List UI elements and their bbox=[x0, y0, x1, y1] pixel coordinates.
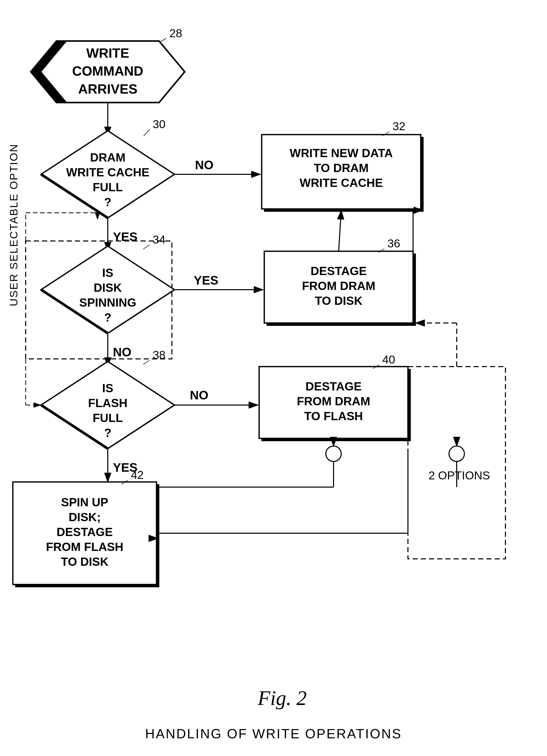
svg-text:NO: NO bbox=[190, 388, 208, 402]
svg-text:COMMAND: COMMAND bbox=[72, 64, 143, 78]
diagram-container: WRITE COMMAND ARRIVES 28 DRAM WRITE CACH… bbox=[0, 0, 547, 756]
svg-text:NO: NO bbox=[113, 345, 131, 359]
svg-text:ARRIVES: ARRIVES bbox=[78, 82, 137, 96]
svg-text:40: 40 bbox=[382, 353, 395, 366]
svg-text:?: ? bbox=[104, 311, 111, 324]
decision1-node: DRAM WRITE CACHE FULL ? 30 bbox=[41, 118, 174, 218]
svg-line-38 bbox=[143, 245, 149, 249]
process4-node: SPIN UP DISK; DESTAGE FROM FLASH TO DISK… bbox=[13, 468, 159, 587]
svg-text:YES: YES bbox=[113, 230, 137, 244]
process3-node: DESTAGE FROM DRAM TO FLASH 40 bbox=[259, 353, 411, 441]
svg-text:30: 30 bbox=[153, 118, 165, 131]
svg-text:DISK: DISK bbox=[94, 281, 122, 294]
svg-text:34: 34 bbox=[153, 233, 165, 246]
sidebar-label: USER SELECTABLE OPTION bbox=[8, 144, 20, 306]
process2-node: DESTAGE FROM DRAM TO DISK 36 bbox=[264, 237, 416, 326]
start-node: WRITE COMMAND ARRIVES 28 bbox=[31, 27, 185, 103]
svg-text:FROM DRAM: FROM DRAM bbox=[302, 279, 375, 293]
svg-text:TO DISK: TO DISK bbox=[61, 555, 108, 568]
svg-text:YES: YES bbox=[194, 274, 218, 287]
svg-text:NO: NO bbox=[195, 158, 213, 172]
svg-text:?: ? bbox=[104, 426, 111, 439]
svg-text:38: 38 bbox=[153, 348, 165, 361]
svg-text:Fig. 2: Fig. 2 bbox=[257, 687, 307, 709]
svg-point-89 bbox=[326, 446, 341, 461]
svg-text:FLASH: FLASH bbox=[88, 396, 127, 410]
svg-text:WRITE NEW DATA: WRITE NEW DATA bbox=[290, 146, 393, 160]
svg-line-8 bbox=[159, 38, 166, 42]
svg-text:2 OPTIONS: 2 OPTIONS bbox=[429, 469, 490, 482]
svg-text:28: 28 bbox=[169, 27, 182, 40]
svg-line-61 bbox=[143, 360, 149, 365]
svg-text:?: ? bbox=[104, 195, 111, 209]
svg-text:TO FLASH: TO FLASH bbox=[304, 409, 363, 423]
svg-text:DESTAGE: DESTAGE bbox=[306, 380, 362, 393]
svg-text:FULL: FULL bbox=[93, 411, 123, 425]
process1-node: WRITE NEW DATA TO DRAM WRITE CACHE 32 bbox=[262, 120, 423, 211]
svg-text:42: 42 bbox=[131, 468, 144, 481]
svg-text:SPIN UP: SPIN UP bbox=[61, 496, 108, 509]
decision2-node: IS DISK SPINNING ? 34 bbox=[41, 233, 174, 333]
svg-text:DRAM: DRAM bbox=[90, 151, 125, 164]
svg-text:FROM DRAM: FROM DRAM bbox=[297, 395, 370, 408]
svg-text:WRITE CACHE: WRITE CACHE bbox=[66, 166, 149, 179]
svg-text:WRITE: WRITE bbox=[86, 46, 129, 61]
svg-text:SPINNING: SPINNING bbox=[79, 296, 136, 309]
svg-text:DESTAGE: DESTAGE bbox=[311, 264, 367, 278]
svg-text:FULL: FULL bbox=[93, 180, 123, 194]
svg-line-50 bbox=[339, 210, 341, 251]
svg-point-90 bbox=[449, 446, 464, 461]
svg-text:36: 36 bbox=[388, 237, 400, 250]
svg-text:DISK;: DISK; bbox=[68, 510, 101, 524]
svg-line-18 bbox=[144, 129, 149, 136]
svg-text:IS: IS bbox=[102, 381, 113, 395]
svg-text:TO DISK: TO DISK bbox=[315, 294, 363, 307]
decision3-node: IS FLASH FULL ? 38 bbox=[41, 348, 174, 449]
svg-text:TO DRAM: TO DRAM bbox=[314, 161, 369, 175]
svg-text:32: 32 bbox=[393, 120, 405, 133]
svg-text:HANDLING OF WRITE OPERATIONS: HANDLING OF WRITE OPERATIONS bbox=[145, 726, 402, 741]
svg-text:WRITE CACHE: WRITE CACHE bbox=[300, 176, 383, 189]
svg-text:DESTAGE: DESTAGE bbox=[57, 525, 113, 539]
svg-text:IS: IS bbox=[102, 266, 113, 279]
svg-text:FROM FLASH: FROM FLASH bbox=[46, 540, 123, 553]
